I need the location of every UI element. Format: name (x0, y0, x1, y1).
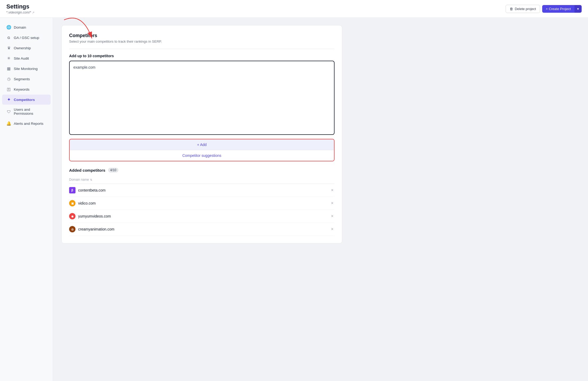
sidebar-item-label: Site Audit (14, 56, 29, 60)
table-header: Domain name ⇅ (69, 176, 335, 184)
header-right: 🗑 Delete project + Create Project ▾ (506, 5, 582, 13)
sidebar-item-keywords[interactable]: ⚿ Keywords (2, 84, 51, 94)
section-subtitle: Select your main competitors to track th… (69, 39, 335, 43)
divider-1 (69, 49, 335, 49)
layout: 🌐 Domain G GA / GSC setup ♛ Ownership ✳ … (0, 18, 588, 381)
delete-project-button[interactable]: 🗑 Delete project (506, 5, 540, 13)
segments-icon: ◷ (6, 77, 11, 81)
remove-competitor-2-button[interactable]: × (330, 213, 335, 219)
added-competitors-section: Added competitors 4/10 Domain name ⇅ β c… (69, 168, 335, 236)
competitor-left: ◎ creamyanimation.com (69, 226, 114, 232)
competitor-domain: contentbeta.com (78, 188, 106, 192)
page-title: Settings (6, 3, 34, 10)
top-header: Settings *.videorigin.com/* ↗ 🗑 Delete p… (0, 0, 588, 18)
sidebar-item-label: Alerts and Reports (14, 122, 43, 126)
content-card: Competitors Select your main competitors… (61, 25, 342, 243)
added-count-badge: 4/10 (108, 168, 118, 172)
users-icon: 🛡 (6, 109, 11, 114)
competitor-domain: creamyanimation.com (78, 227, 114, 231)
subtitle-text: *.videorigin.com/* (6, 11, 31, 14)
sidebar-item-label: Ownership (14, 46, 31, 50)
sidebar-item-label: Site Monitoring (14, 67, 38, 71)
chevron-down-icon: ▾ (577, 7, 579, 11)
favicon-contentbeta: β (69, 187, 75, 193)
added-title-text: Added competitors (69, 168, 105, 172)
keywords-icon: ⚿ (6, 87, 11, 92)
header-left: Settings *.videorigin.com/* ↗ (6, 3, 34, 14)
sidebar-item-ownership[interactable]: ♛ Ownership (2, 43, 51, 53)
site-monitoring-icon: ▦ (6, 66, 11, 71)
domain-icon: 🌐 (6, 25, 11, 30)
suggestions-button[interactable]: Competitor suggestions (70, 150, 334, 161)
action-buttons-group: + Add Competitor suggestions (69, 139, 335, 161)
sidebar-item-label: Keywords (14, 87, 29, 91)
competitor-row-1: ▣ vidico.com × (69, 197, 335, 210)
site-audit-icon: ✳ (6, 56, 11, 61)
competitor-domain: vidico.com (78, 201, 96, 205)
trash-icon: 🗑 (510, 7, 513, 11)
add-button[interactable]: + Add (70, 139, 334, 150)
added-title: Added competitors 4/10 (69, 168, 335, 172)
domain-col-header: Domain name (69, 178, 89, 181)
remove-competitor-0-button[interactable]: × (330, 187, 335, 193)
create-project-dropdown-button[interactable]: ▾ (574, 5, 582, 13)
sidebar-item-label: Segments (14, 77, 30, 81)
sidebar-item-label: GA / GSC setup (14, 36, 39, 40)
favicon-vidico: ▣ (69, 200, 75, 206)
sidebar: 🌐 Domain G GA / GSC setup ♛ Ownership ✳ … (0, 18, 53, 381)
sidebar-item-ga-gsc[interactable]: G GA / GSC setup (2, 33, 51, 43)
remove-competitor-3-button[interactable]: × (330, 226, 335, 232)
sidebar-item-domain[interactable]: 🌐 Domain (2, 22, 51, 32)
sidebar-item-label: Competitors (14, 98, 35, 102)
competitors-icon: ✦ (6, 97, 11, 102)
header-subtitle: *.videorigin.com/* ↗ (6, 11, 34, 14)
delete-label: Delete project (515, 7, 536, 11)
section-header: Competitors Select your main competitors… (69, 33, 335, 43)
sidebar-item-users[interactable]: 🛡 Users and Permissions (2, 105, 51, 118)
main-content: Competitors Select your main competitors… (53, 18, 588, 381)
competitor-row-0: β contentbeta.com × (69, 184, 335, 197)
create-label: + Create Project (546, 7, 571, 11)
create-project-group: + Create Project ▾ (542, 5, 582, 13)
ga-icon: G (6, 35, 11, 40)
competitor-row-3: ◎ creamyanimation.com × (69, 223, 335, 236)
sidebar-item-site-audit[interactable]: ✳ Site Audit (2, 53, 51, 63)
sidebar-item-site-monitoring[interactable]: ▦ Site Monitoring (2, 64, 51, 74)
competitor-domain: yumyumvideos.com (78, 214, 111, 218)
competitor-left: ▣ vidico.com (69, 200, 96, 206)
competitor-row-2: ◉ yumyumvideos.com × (69, 210, 335, 223)
remove-competitor-1-button[interactable]: × (330, 200, 335, 206)
sidebar-item-label: Domain (14, 25, 26, 29)
sidebar-item-competitors[interactable]: ✦ Competitors (2, 95, 51, 105)
sidebar-item-label: Users and Permissions (14, 108, 46, 116)
alerts-icon: 🔔 (6, 121, 11, 126)
add-label: Add up to 10 competitors (69, 54, 335, 58)
competitor-left: ◉ yumyumvideos.com (69, 213, 111, 219)
external-link-icon: ↗ (32, 11, 34, 14)
ownership-icon: ♛ (6, 46, 11, 50)
sort-icon: ⇅ (90, 178, 92, 181)
create-project-button[interactable]: + Create Project (542, 5, 574, 13)
section-title: Competitors (69, 33, 335, 38)
sidebar-item-alerts[interactable]: 🔔 Alerts and Reports (2, 118, 51, 129)
sidebar-item-segments[interactable]: ◷ Segments (2, 74, 51, 84)
textarea-wrapper: example.com (69, 61, 335, 136)
competitor-left: β contentbeta.com (69, 187, 106, 193)
favicon-creamy: ◎ (69, 226, 75, 232)
favicon-yumyum: ◉ (69, 213, 75, 219)
competitors-textarea[interactable]: example.com (69, 61, 335, 135)
